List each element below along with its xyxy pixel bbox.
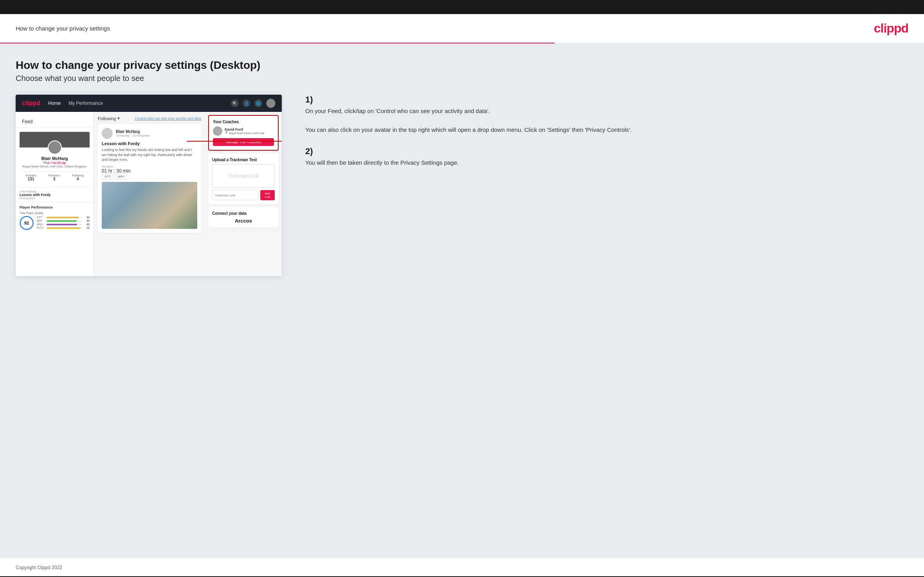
arccos-brand: Arccos: [212, 218, 275, 224]
article-header: How to change your privacy settings (Des…: [16, 59, 908, 83]
bar-putt: PUTT 96: [37, 226, 90, 229]
trackman-input-row: Add Link: [212, 190, 275, 200]
latest-activity: Latest Activity Lesson with Fordy 03 Aug…: [16, 187, 94, 202]
instruction-1-text: On your Feed, click/tap on 'Control who …: [305, 106, 908, 135]
instruction-1-number: 1): [305, 95, 313, 104]
profile-club: Royal North Devon Golf Club, United King…: [20, 165, 90, 168]
article-title: How to change your privacy settings (Des…: [16, 59, 908, 72]
site-footer: Copyright Clippd 2022: [0, 558, 924, 576]
trackman-title: Upload a Trackman Test: [212, 158, 275, 162]
instruction-2: 2) You will then be taken directly to th…: [305, 146, 908, 167]
bar-app: APP 85: [37, 219, 90, 222]
tag-app: APP: [115, 174, 127, 180]
duration-label: Duration: [102, 165, 197, 168]
add-link-button[interactable]: Add Link: [260, 190, 275, 200]
app-nav: clippd Home My Performance 🔍 👤 🌐: [16, 95, 282, 112]
post-author-name: Blair McHarg: [116, 129, 149, 134]
stat-activities: Activities 131: [25, 174, 36, 181]
post-title: Lesson with Fordy: [102, 141, 197, 146]
post-header: Blair McHarg Yesterday · Sunningdale: [102, 128, 197, 139]
coaches-widget: Your Coaches David Ford 📍 Royal North De…: [208, 115, 279, 151]
instruction-2-text: You will then be taken directly to the P…: [305, 158, 908, 167]
breadcrumb: How to change your privacy settings: [16, 25, 110, 32]
app-nav-left: clippd Home My Performance: [22, 100, 103, 107]
coaches-title: Your Coaches: [213, 120, 274, 124]
trackman-link-input[interactable]: [212, 190, 259, 200]
profile-name: Blair McHarg: [20, 156, 90, 161]
stat-following: Following 4: [72, 174, 84, 181]
user-avatar[interactable]: [266, 99, 276, 108]
tag-row: OTT APP: [102, 174, 197, 180]
connect-widget: Connect your data Arccos: [208, 207, 279, 228]
coach-avatar: [213, 126, 222, 136]
control-privacy-link[interactable]: Control who can see your activity and da…: [135, 117, 201, 120]
instruction-2-number: 2): [305, 146, 313, 156]
site-header: How to change your privacy settings clip…: [0, 14, 924, 43]
post-description: Looking to feel like my hands are exitin…: [102, 147, 197, 162]
app-nav-right: 🔍 👤 🌐: [231, 99, 276, 108]
stat-followers: Followers 3: [49, 174, 60, 181]
demo-container: clippd Home My Performance 🔍 👤 🌐 Feed: [16, 95, 908, 276]
tag-ott: OTT: [102, 174, 113, 180]
user-icon[interactable]: 👤: [243, 99, 250, 107]
post-author-avatar: [102, 128, 113, 139]
profile-stats: Activities 131 Followers 3 Following 4: [20, 171, 90, 183]
coach-club: 📍 Royal North Devon Golf Club: [225, 131, 264, 135]
demo-screenshot: clippd Home My Performance 🔍 👤 🌐 Feed: [16, 95, 282, 276]
manage-coaches-button[interactable]: Manage Your Coaches: [213, 138, 274, 146]
post-card: Blair McHarg Yesterday · Sunningdale Les…: [98, 124, 201, 233]
tpq-score: 92: [20, 216, 34, 230]
profile-card: Blair McHarg Plus Handicap Royal North D…: [16, 128, 94, 187]
app-body: Feed Blair McHarg Plus Handicap Royal No…: [16, 112, 282, 276]
globe-icon[interactable]: 🌐: [254, 99, 262, 107]
clippd-logo: clippd: [874, 21, 908, 36]
instruction-1: 1) On your Feed, click/tap on 'Control w…: [305, 95, 908, 135]
search-icon[interactable]: 🔍: [231, 99, 239, 107]
profile-avatar: [48, 140, 62, 155]
following-bar: Following ▾ Control who can see your act…: [98, 116, 201, 121]
tpq-bars: OTT 90 APP 85 ARG: [37, 216, 90, 230]
nav-home[interactable]: Home: [48, 101, 61, 106]
bar-arg: ARG 86: [37, 223, 90, 226]
tpq-row: 92 OTT 90 APP 85: [20, 216, 90, 230]
profile-badge: Plus Handicap: [20, 161, 90, 165]
copyright: Copyright Clippd 2022: [16, 565, 62, 570]
coach-item: David Ford 📍 Royal North Devon Golf Club: [213, 126, 274, 136]
trackman-placeholder: Trackman Link: [212, 164, 275, 188]
top-bar: [0, 0, 924, 14]
article-subtitle: Choose what you want people to see: [16, 74, 908, 83]
trackman-widget: Upload a Trackman Test Trackman Link Add…: [208, 154, 279, 204]
app-logo-icon: clippd: [22, 100, 40, 107]
post-meta: Yesterday · Sunningdale: [116, 134, 149, 137]
app-right-sidebar: Your Coaches David Ford 📍 Royal North De…: [205, 112, 282, 276]
instructions: 1) On your Feed, click/tap on 'Control w…: [297, 95, 908, 179]
duration-value: 01 hr : 30 min: [102, 168, 197, 174]
connect-title: Connect your data: [212, 211, 275, 216]
feed-tab[interactable]: Feed: [16, 116, 94, 128]
post-image: [102, 182, 197, 229]
coach-name: David Ford: [225, 128, 264, 131]
app-sidebar: Feed Blair McHarg Plus Handicap Royal No…: [16, 112, 94, 276]
nav-my-performance[interactable]: My Performance: [68, 101, 103, 106]
main-content: How to change your privacy settings (Des…: [0, 43, 924, 558]
player-performance: Player Performance Total Player Quality …: [16, 202, 94, 233]
bar-ott: OTT 90: [37, 216, 90, 219]
following-dropdown[interactable]: Following ▾: [98, 116, 120, 121]
app-feed: Following ▾ Control who can see your act…: [94, 112, 205, 276]
